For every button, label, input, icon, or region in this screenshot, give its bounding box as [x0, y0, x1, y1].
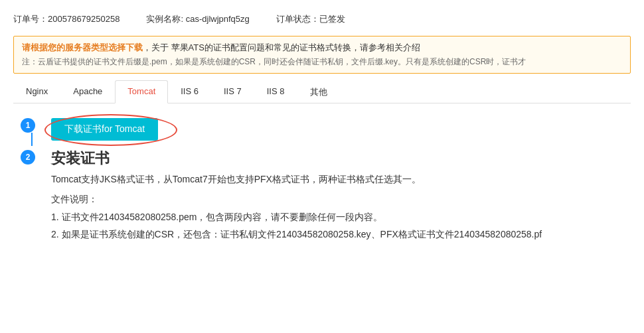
order-info: 订单号：200578679250258 实例名称: cas-djlwjpnfq5…: [13, 13, 631, 25]
tab-tomcat[interactable]: Tomcat: [115, 80, 168, 103]
step2-content: 安装证书 Tomcat支持JKS格式证书，从Tomcat7开始也支持PFX格式证…: [51, 149, 631, 245]
step1-row: 1 下载证书for Tomcat: [21, 117, 631, 149]
tab-iis6[interactable]: IIS 6: [168, 80, 211, 103]
step1-badge: 1: [21, 118, 35, 133]
instance-name: cas-djlwjpnfq5zg: [186, 14, 250, 24]
tab-nginx[interactable]: Nginx: [13, 80, 60, 103]
file-section: 文件说明： 1. 证书文件214034582080258.pem，包含两段内容，…: [51, 194, 631, 242]
file-item-1: 1. 证书文件214034582080258.pem，包含两段内容，请不要删除任…: [51, 210, 631, 224]
notice-line1-suffix: ，关于 苹果ATS的证书配置问题和常见的证书格式转换，请参考相关介绍: [143, 42, 420, 52]
status-value: 已签发: [319, 14, 345, 24]
install-desc: Tomcat支持JKS格式证书，从Tomcat7开始也支持PFX格式证书，两种证…: [51, 174, 631, 186]
install-title: 安装证书: [51, 149, 631, 168]
tab-iis8[interactable]: IIS 8: [254, 80, 297, 103]
order-number-label: 订单号：200578679250258: [13, 13, 120, 25]
notice-line2: 注：云盾证书提供的证书文件后缀是.pem，如果是系统创建的CSR，同时还会伴随证…: [22, 56, 622, 68]
order-label: 订单号：: [13, 14, 48, 24]
step1-content: 下载证书for Tomcat: [51, 117, 631, 149]
file-item-2: 2. 如果是证书系统创建的CSR，还包含：证书私钥文件2140345820802…: [51, 227, 631, 241]
order-number: 200578679250258: [48, 14, 120, 24]
notice-box: 请根据您的服务器类型选择下载，关于 苹果ATS的证书配置问题和常见的证书格式转换…: [13, 36, 631, 74]
file-section-title: 文件说明：: [51, 194, 631, 206]
tabs-container: Nginx Apache Tomcat IIS 6 IIS 7 IIS 8 其他: [13, 80, 631, 103]
step2-badge: 2: [21, 150, 35, 165]
tab-iis7[interactable]: IIS 7: [211, 80, 254, 103]
download-cert-button[interactable]: 下载证书for Tomcat: [51, 118, 158, 141]
tab-apache[interactable]: Apache: [60, 80, 115, 103]
instance-name-label: 实例名称: cas-djlwjpnfq5zg: [146, 13, 249, 25]
step2-left: 2: [21, 149, 43, 165]
page-container: 订单号：200578679250258 实例名称: cas-djlwjpnfq5…: [0, 0, 644, 333]
notice-line1: 请根据您的服务器类型选择下载，关于 苹果ATS的证书配置问题和常见的证书格式转换…: [22, 42, 622, 54]
tab-other[interactable]: 其他: [297, 80, 340, 103]
order-status-label: 订单状态：已签发: [276, 13, 345, 25]
status-label: 订单状态：: [276, 14, 319, 24]
step1-connector: [31, 133, 33, 146]
notice-highlight: 请根据您的服务器类型选择下载: [22, 42, 143, 52]
steps-wrapper: 1 下载证书for Tomcat 2 安装证书 Tomcat支持JKS格式证书，…: [13, 117, 631, 245]
instance-label: 实例名称:: [146, 14, 183, 24]
download-btn-wrapper: 下载证书for Tomcat: [51, 118, 158, 141]
step2-row: 2 安装证书 Tomcat支持JKS格式证书，从Tomcat7开始也支持PFX格…: [21, 149, 631, 245]
step1-left: 1: [21, 117, 43, 146]
